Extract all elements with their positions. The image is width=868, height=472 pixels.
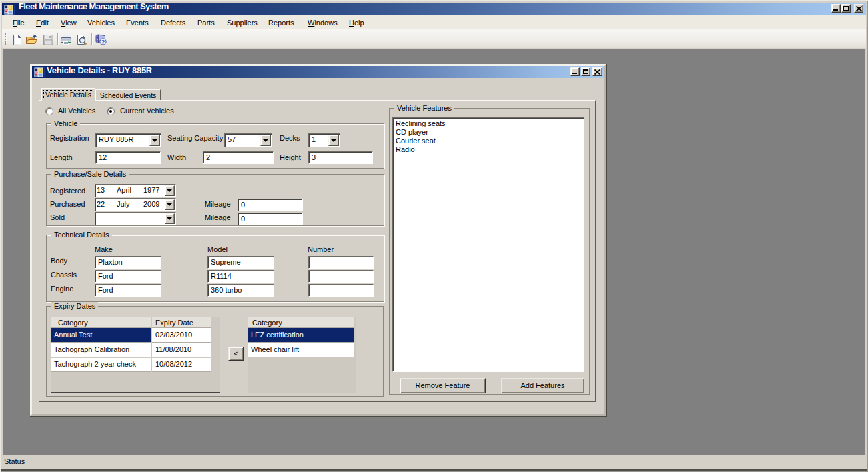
svg-text:?: ? — [101, 39, 105, 45]
